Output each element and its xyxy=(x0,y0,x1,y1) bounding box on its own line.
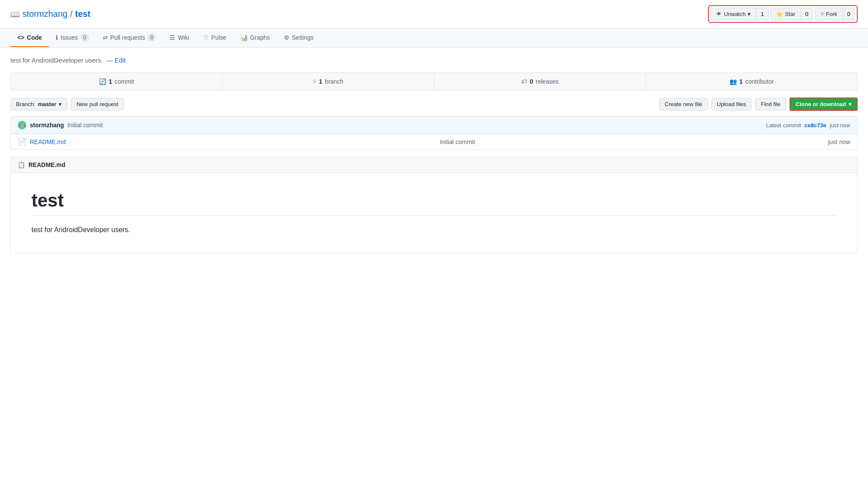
stat-releases[interactable]: 🏷 0 releases xyxy=(434,73,646,90)
new-pr-button[interactable]: New pull request xyxy=(71,98,124,110)
stats-bar: 🔄 1 commit ⑂ 1 branch 🏷 0 releases 👥 1 c… xyxy=(10,72,858,91)
tab-issues[interactable]: ℹ Issues 0 xyxy=(49,28,95,47)
unwatch-group: 👁 Unwatch ▾ 1 xyxy=(711,8,769,20)
tab-wiki[interactable]: ☰ Wiki xyxy=(163,29,196,47)
separator: / xyxy=(70,9,73,19)
file-commit-message: Initial commit xyxy=(116,138,799,145)
code-icon: <> xyxy=(17,34,24,41)
unwatch-count[interactable]: 1 xyxy=(756,8,768,20)
create-new-file-button[interactable]: Create new file xyxy=(659,98,708,110)
clone-label: Clone or download xyxy=(796,101,846,107)
repo-icon: 📖 xyxy=(10,9,20,19)
branch-icon: ⑂ xyxy=(313,78,316,85)
readme-section: 📋 README.md test test for AndroidDevelop… xyxy=(10,157,858,253)
upload-files-button[interactable]: Upload files xyxy=(711,98,752,110)
settings-icon: ⚙ xyxy=(284,34,289,41)
pr-icon: ⇄ xyxy=(103,34,108,41)
repo-description: test for AndroidDeveloper users. — Edit xyxy=(10,57,858,64)
main-content: test for AndroidDeveloper users. — Edit … xyxy=(0,48,868,262)
description-text: test for AndroidDeveloper users. xyxy=(10,57,103,64)
commit-message: Initial commit xyxy=(67,122,103,129)
eye-icon: 👁 xyxy=(716,11,722,17)
avatar: 🤖 xyxy=(18,121,26,129)
commit-author-name[interactable]: stormzhang xyxy=(30,122,64,129)
commit-author: 🤖 stormzhang Initial commit xyxy=(18,121,103,129)
actions-bar: Branch: master ▾ New pull request Create… xyxy=(10,97,858,111)
actions-left: Branch: master ▾ New pull request xyxy=(10,98,124,110)
pr-badge: 0 xyxy=(148,34,156,41)
clone-dropdown-icon: ▾ xyxy=(849,101,852,107)
latest-commit-label: Latest commit xyxy=(766,122,801,129)
tab-pulse[interactable]: ♡ Pulse xyxy=(196,29,233,47)
readme-body-text: test for AndroidDeveloper users. xyxy=(31,224,837,236)
readme-title: README.md xyxy=(28,161,66,168)
branch-name: master xyxy=(38,101,57,107)
stat-branches[interactable]: ⑂ 1 branch xyxy=(223,73,434,90)
readme-heading: test xyxy=(31,190,837,216)
star-label: Star xyxy=(785,11,796,17)
repo-title: 📖 stormzhang / test xyxy=(10,9,91,19)
file-icon: 📄 xyxy=(18,138,26,146)
table-row: 📄 README.md Initial commit just now xyxy=(11,134,857,149)
readme-icon: 📋 xyxy=(18,161,25,168)
wiki-icon: ☰ xyxy=(170,34,175,41)
file-table: 🤖 stormzhang Initial commit Latest commi… xyxy=(10,116,858,150)
star-group: ⭐ Star 0 xyxy=(771,8,813,20)
fork-count[interactable]: 0 xyxy=(843,8,855,20)
fork-group: ⑂ Fork 0 xyxy=(815,8,855,20)
file-time: just now xyxy=(799,138,850,145)
fork-label: Fork xyxy=(826,11,837,17)
find-file-button[interactable]: Find file xyxy=(755,98,786,110)
branch-select[interactable]: Branch: master ▾ xyxy=(10,98,67,110)
stat-commits[interactable]: 🔄 1 commit xyxy=(11,73,223,90)
releases-icon: 🏷 xyxy=(521,78,527,85)
commit-hash[interactable]: ce8c73e xyxy=(805,122,827,129)
file-name-link[interactable]: README.md xyxy=(30,138,116,145)
commit-header: 🤖 stormzhang Initial commit Latest commi… xyxy=(11,116,857,134)
graphs-icon: 📊 xyxy=(240,34,248,41)
header-actions: 👁 Unwatch ▾ 1 ⭐ Star 0 ⑂ Fork 0 xyxy=(708,5,858,23)
tab-settings[interactable]: ⚙ Settings xyxy=(277,29,321,47)
issues-icon: ℹ xyxy=(56,34,58,41)
fork-button[interactable]: ⑂ Fork xyxy=(815,8,843,20)
contributors-icon: 👥 xyxy=(730,78,737,85)
star-count[interactable]: 0 xyxy=(801,8,813,20)
dropdown-chevron-icon: ▾ xyxy=(59,101,62,107)
commit-time: just now xyxy=(830,122,850,129)
commit-meta: Latest commit ce8c73e just now xyxy=(766,122,850,129)
star-icon: ⭐ xyxy=(776,11,783,17)
repo-link[interactable]: test xyxy=(75,9,91,19)
repo-tabs: <> Code ℹ Issues 0 ⇄ Pull requests 0 ☰ W… xyxy=(0,28,868,48)
tab-code[interactable]: <> Code xyxy=(10,29,49,47)
readme-header: 📋 README.md xyxy=(11,157,857,173)
dropdown-icon: ▾ xyxy=(748,11,751,17)
unwatch-label: Unwatch xyxy=(724,11,746,17)
unwatch-button[interactable]: 👁 Unwatch ▾ xyxy=(711,8,756,20)
commits-icon: 🔄 xyxy=(99,78,106,85)
stat-contributors[interactable]: 👥 1 contributor xyxy=(646,73,857,90)
tab-graphs[interactable]: 📊 Graphs xyxy=(233,29,277,47)
issues-badge: 0 xyxy=(81,34,89,41)
branch-label: Branch: xyxy=(16,101,35,107)
pulse-icon: ♡ xyxy=(203,34,209,41)
edit-link[interactable]: — Edit xyxy=(106,57,126,64)
fork-icon: ⑂ xyxy=(821,11,824,17)
readme-body: test test for AndroidDeveloper users. xyxy=(11,173,857,253)
tab-pull-requests[interactable]: ⇄ Pull requests 0 xyxy=(96,28,163,47)
clone-or-download-button[interactable]: Clone or download ▾ xyxy=(789,97,858,111)
page-header: 📖 stormzhang / test 👁 Unwatch ▾ 1 ⭐ Star… xyxy=(0,0,868,28)
star-button[interactable]: ⭐ Star xyxy=(771,8,801,20)
owner-link[interactable]: stormzhang xyxy=(22,9,68,19)
actions-right: Create new file Upload files Find file C… xyxy=(659,97,858,111)
